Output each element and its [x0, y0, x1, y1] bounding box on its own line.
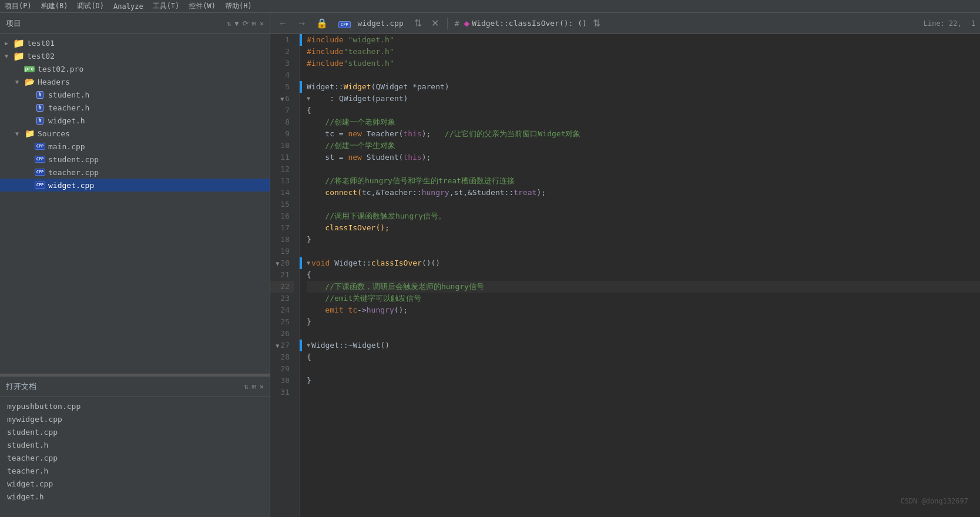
- doc-item-student-cpp[interactable]: student.cpp: [0, 425, 270, 438]
- sort-icon[interactable]: ⇅: [227, 19, 231, 28]
- doc-item-mypushbutton-cpp[interactable]: mypushbutton.cpp: [0, 400, 270, 412]
- tree-arrow-test01[interactable]: ▶: [5, 40, 13, 46]
- file-icon: CPP: [338, 21, 351, 28]
- code-segment-14-3: hungry: [422, 187, 449, 199]
- line-number-30: 30: [270, 375, 294, 387]
- add-icon[interactable]: ⊞: [252, 19, 256, 28]
- lock-button[interactable]: 🔒: [313, 16, 331, 30]
- code-line-6: ▼ : QWidget(parent): [307, 93, 980, 105]
- tree-arrow-sources[interactable]: ▼: [15, 130, 24, 137]
- line-number-17: 17: [270, 222, 294, 234]
- doc-item-mywidget-cpp[interactable]: mywidget.cpp: [0, 412, 270, 425]
- tree-label-student.h: student.h: [48, 90, 89, 99]
- code-segment-8-0: [307, 116, 325, 128]
- tree-item-test02[interactable]: ▼📁test02: [0, 49, 270, 62]
- open-docs-panel: 打开文档 ⇅ ⊞ ✕ mypushbutton.cppmywidget.cpps…: [0, 376, 270, 517]
- code-segment-3-0: #include: [307, 58, 344, 69]
- code-segment-27-0: Widget: [311, 340, 339, 351]
- tree-item-teacher.cpp[interactable]: CPPteacher.cpp: [0, 166, 270, 179]
- menu-item-analyze[interactable]: Analyze: [113, 2, 143, 11]
- menu-item-build[interactable]: 构建(B): [41, 1, 68, 11]
- fold-arrow-20[interactable]: ▼: [307, 257, 310, 269]
- tree-item-widget.cpp[interactable]: CPPwidget.cpp: [0, 179, 270, 192]
- menu-item-project[interactable]: 项目(P): [5, 1, 32, 11]
- code-line-26: [307, 328, 980, 340]
- line-number-10: 10: [270, 140, 294, 152]
- code-editor[interactable]: 12345▼678910111213141516171819▼202122232…: [270, 34, 980, 517]
- code-segment-9-6: //让它们的父亲为当前窗口Widget对象: [445, 128, 581, 140]
- code-segment-21-0: {: [307, 269, 311, 281]
- menu-item-debug[interactable]: 调试(D): [77, 1, 104, 11]
- line-number-5: 5: [270, 81, 294, 93]
- code-segment-24-0: emit tc: [307, 304, 357, 316]
- code-line-17: classIsOver();: [307, 222, 980, 234]
- code-line-3: #include"student.h": [307, 58, 980, 69]
- tree-item-teacher.h[interactable]: hteacher.h: [0, 101, 270, 114]
- fold-arrow-6[interactable]: ▼: [307, 93, 310, 105]
- code-segment-5-7: ): [445, 81, 449, 93]
- tree-item-student.cpp[interactable]: CPPstudent.cpp: [0, 153, 270, 166]
- fold-arrow-27[interactable]: ▼: [307, 340, 310, 351]
- menu-item-tools[interactable]: 工具(T): [153, 1, 180, 11]
- doc-item-teacher-cpp[interactable]: teacher.cpp: [0, 451, 270, 464]
- close-file-button[interactable]: ✕: [428, 16, 442, 30]
- hash-symbol: #: [455, 19, 459, 28]
- open-docs-sort-icon[interactable]: ⇅: [244, 382, 248, 391]
- sync-icon[interactable]: ⟳: [243, 19, 249, 28]
- tree-item-student.h[interactable]: hstudent.h: [0, 88, 270, 101]
- breadcrumb-arrow-button[interactable]: ⇅: [589, 16, 604, 30]
- code-segment-28-0: {: [307, 351, 311, 363]
- tree-arrow-test02[interactable]: ▼: [5, 53, 13, 59]
- doc-item-widget-h[interactable]: widget.h: [0, 490, 270, 503]
- tree-item-headers[interactable]: ▼📂Headers: [0, 75, 270, 88]
- tree-item-sources[interactable]: ▼📁Sources: [0, 127, 270, 140]
- cpp-icon: CPP: [34, 155, 46, 164]
- code-segment-30-0: }: [307, 375, 311, 387]
- fold-indicator-27[interactable]: ▼: [276, 341, 279, 350]
- line-numbers: 12345▼678910111213141516171819▼202122232…: [270, 34, 300, 517]
- tree-item-test02.pro[interactable]: protest02.pro: [0, 62, 270, 75]
- breadcrumb-text: Widget::classIsOver(): (): [472, 19, 587, 28]
- tree-label-teacher.cpp: teacher.cpp: [48, 168, 99, 177]
- cpp-icon: CPP: [34, 167, 46, 177]
- close-icon[interactable]: ✕: [260, 19, 264, 28]
- forward-button[interactable]: →: [294, 17, 310, 30]
- fold-indicator-6[interactable]: ▼: [280, 95, 284, 103]
- file-tree: ▶📁test01▼📁test02protest02.pro▼📂Headershs…: [0, 34, 270, 374]
- doc-item-teacher-h[interactable]: teacher.h: [0, 464, 270, 477]
- line-number-29: 29: [270, 363, 294, 375]
- code-segment-14-6: treat: [514, 187, 536, 199]
- tree-item-test01[interactable]: ▶📁test01: [0, 36, 270, 49]
- tree-item-widget.h[interactable]: hwidget.h: [0, 114, 270, 127]
- line-number-31: 31: [270, 387, 294, 398]
- line-number-display: Line: 22,: [924, 19, 962, 28]
- code-line-10: //创建一个学生对象: [307, 140, 980, 152]
- menu-item-controls[interactable]: 控件(W): [189, 1, 216, 11]
- open-docs-close-icon[interactable]: ✕: [260, 382, 264, 391]
- line-number-22: 22: [270, 281, 294, 293]
- code-segment-9-0: tc =: [307, 128, 348, 140]
- code-line-9: tc = new Teacher(this); //让它们的父亲为当前窗口Wid…: [307, 128, 980, 140]
- project-panel-header: 项目 ⇅ ▼ ⟳ ⊞ ✕: [0, 13, 270, 34]
- tree-arrow-headers[interactable]: ▼: [15, 79, 24, 85]
- tree-item-main.cpp[interactable]: CPPmain.cpp: [0, 140, 270, 153]
- code-segment-5-0: Widget: [307, 81, 334, 93]
- code-segment-25-0: }: [307, 316, 311, 328]
- diamond-icon: ◆: [464, 18, 470, 29]
- open-docs-add-icon[interactable]: ⊞: [252, 382, 256, 391]
- tree-label-widget.h: widget.h: [48, 116, 85, 125]
- filter-icon[interactable]: ▼: [234, 19, 239, 28]
- filename-arrow-button[interactable]: ⇅: [411, 16, 425, 30]
- code-segment-8-1: //创建一个老师对象: [325, 116, 395, 128]
- code-line-4: [307, 69, 980, 81]
- code-content[interactable]: #include "widget.h"#include"teacher.h"#i…: [302, 34, 980, 517]
- code-line-2: #include"teacher.h": [307, 46, 980, 58]
- project-panel-actions: ⇅ ▼ ⟳ ⊞ ✕: [227, 19, 264, 28]
- cpp-icon: CPP: [34, 180, 46, 190]
- menu-item-help[interactable]: 帮助(H): [225, 1, 252, 11]
- tree-label-test01: test01: [27, 39, 55, 48]
- back-button[interactable]: ←: [275, 17, 291, 30]
- doc-item-widget-cpp[interactable]: widget.cpp: [0, 477, 270, 490]
- doc-item-student-h[interactable]: student.h: [0, 438, 270, 451]
- fold-indicator-20[interactable]: ▼: [276, 259, 279, 268]
